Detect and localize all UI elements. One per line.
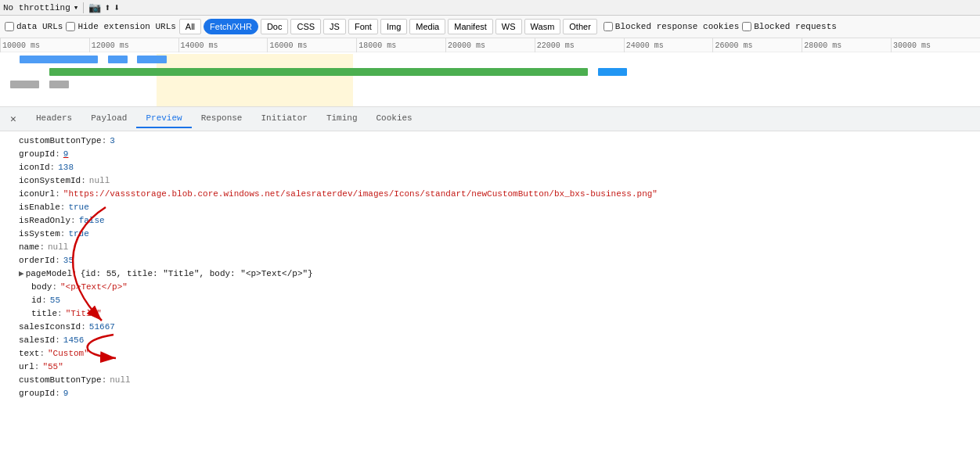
tab-timing[interactable]: Timing — [317, 109, 367, 128]
json-value-6: false — [79, 214, 105, 228]
filter-btn-css[interactable]: CSS — [290, 19, 321, 34]
json-line-12: id: 55 — [6, 294, 980, 307]
json-colon-14: : — [81, 321, 86, 334]
json-value-8: null — [48, 241, 68, 254]
close-panel-button[interactable]: ✕ — [5, 110, 22, 127]
filter-btn-media[interactable]: Media — [409, 19, 445, 34]
json-key-10: pageModel — [26, 267, 72, 281]
json-line-19: groupId: 9 — [6, 387, 980, 400]
json-value-10: {id: 55, title: "Title", body: "<p>Text<… — [81, 267, 313, 281]
json-line-3: iconSystemId: null — [6, 174, 980, 188]
json-line-2: iconId: 138 — [6, 161, 980, 174]
import-icon[interactable]: ⬆ — [104, 2, 110, 14]
filter-btn-font[interactable]: Font — [348, 19, 378, 34]
json-colon-12: : — [41, 294, 47, 307]
json-colon-11: : — [52, 281, 57, 294]
throttling-dropdown-icon[interactable]: ▾ — [74, 2, 79, 13]
blocked-requests-checkbox[interactable] — [742, 22, 751, 31]
json-value-0: 3 — [110, 134, 115, 148]
json-key-2: iconId — [19, 161, 50, 174]
json-colon-8: : — [39, 241, 45, 254]
json-colon-5: : — [60, 201, 66, 214]
hide-ext-label: Hide extension URLs — [77, 22, 175, 31]
json-line-1: groupId: 9 — [6, 148, 980, 161]
tab-response[interactable]: Response — [192, 109, 252, 128]
json-value-3: null — [89, 174, 110, 188]
data-urls-label: data URLs — [16, 22, 63, 31]
json-colon-13: : — [57, 307, 63, 321]
capture-screenshot-icon[interactable]: 📷 — [88, 2, 101, 14]
filter-btn-fetch/xhr[interactable]: Fetch/XHR — [204, 19, 258, 34]
json-value-2: 138 — [58, 161, 74, 174]
filter-btn-all[interactable]: All — [179, 19, 201, 34]
ruler-tick-3: 16000 ms — [267, 38, 307, 52]
json-colon-9: : — [55, 254, 60, 267]
timeline-area: 10000 ms12000 ms14000 ms16000 ms18000 ms… — [0, 38, 980, 107]
json-colon-4: : — [55, 188, 60, 201]
json-key-11: body — [31, 281, 52, 294]
json-key-15: salesId — [19, 334, 55, 347]
filter-btn-other[interactable]: Other — [563, 19, 597, 34]
filter-btn-wasm[interactable]: Wasm — [524, 19, 561, 34]
json-value-5: true — [68, 201, 88, 214]
track-bar-gray-1 — [10, 81, 40, 88]
json-value-18: null — [110, 374, 130, 387]
filter-btn-js[interactable]: JS — [323, 19, 346, 34]
json-line-15: salesId: 1456 — [6, 334, 980, 347]
filter-buttons: AllFetch/XHRDocCSSJSFontImgMediaManifest… — [179, 19, 597, 34]
tab-preview[interactable]: Preview — [136, 109, 191, 128]
timeline-tracks — [0, 54, 980, 107]
json-colon-19: : — [55, 387, 60, 400]
json-line-9: orderId: 35 — [6, 254, 980, 267]
json-colon-1: : — [55, 148, 60, 161]
json-colon-2: : — [50, 161, 56, 174]
expand-icon-10[interactable]: ▶ — [19, 267, 24, 281]
json-value-4: "https://vassstorage.blob.core.windows.n… — [63, 188, 658, 201]
track-bar-blue-end — [598, 68, 628, 76]
tab-cookies[interactable]: Cookies — [367, 109, 422, 128]
json-key-4: iconUrl — [19, 188, 55, 201]
hide-ext-filter[interactable]: Hide extension URLs — [66, 22, 175, 31]
json-key-0: customButtonType — [19, 134, 102, 148]
json-key-18: customButtonType — [19, 374, 102, 387]
tab-payload[interactable]: Payload — [81, 109, 136, 128]
track-row-3 — [0, 79, 980, 90]
json-value-15: 1456 — [63, 334, 84, 347]
filter-btn-doc[interactable]: Doc — [261, 19, 289, 34]
filter-btn-ws[interactable]: WS — [495, 19, 522, 34]
filter-btn-manifest[interactable]: Manifest — [448, 19, 493, 34]
track-bar-green-main — [49, 68, 589, 76]
hide-ext-checkbox[interactable] — [66, 22, 75, 31]
json-key-7: isSystem — [19, 228, 60, 241]
json-key-9: orderId — [19, 254, 55, 267]
tab-initiator[interactable]: Initiator — [251, 109, 316, 128]
data-urls-filter[interactable]: data URLs — [5, 22, 63, 31]
ruler-tick-2: 14000 ms — [178, 38, 218, 52]
json-line-5: isEnable: true — [6, 201, 980, 214]
json-line-0: customButtonType: 3 — [6, 134, 980, 148]
blocked-cookies-checkbox[interactable] — [603, 22, 613, 31]
export-icon[interactable]: ⬇ — [113, 2, 120, 14]
ruler-tick-5: 20000 ms — [445, 38, 485, 52]
ruler-tick-8: 26000 ms — [712, 38, 752, 52]
json-key-8: name — [19, 241, 39, 254]
json-key-1: groupId — [19, 148, 55, 161]
json-value-11: "<p>Text</p>" — [60, 281, 128, 294]
filter-btn-img[interactable]: Img — [380, 19, 407, 34]
ruler-tick-0: 10000 ms — [0, 38, 40, 52]
json-key-14: salesIconsId — [19, 321, 81, 334]
track-bar-blue-1 — [20, 56, 98, 63]
json-line-10: ▶pageModel: {id: 55, title: "Title", bod… — [6, 267, 980, 281]
json-colon-6: : — [70, 214, 76, 228]
blocked-requests-filter[interactable]: Blocked requests — [742, 22, 837, 31]
json-value-17: "55" — [42, 360, 63, 374]
blocked-cookies-filter[interactable]: Blocked response cookies — [603, 22, 739, 31]
timeline-ruler: 10000 ms12000 ms14000 ms16000 ms18000 ms… — [0, 38, 980, 52]
track-row-1 — [0, 54, 980, 65]
tab-headers[interactable]: Headers — [27, 109, 81, 128]
data-urls-checkbox[interactable] — [5, 22, 14, 31]
json-key-19: groupId — [19, 387, 55, 400]
no-throttling-label: No throttling — [3, 3, 70, 13]
json-key-13: title — [31, 307, 57, 321]
json-colon-18: : — [102, 374, 107, 387]
